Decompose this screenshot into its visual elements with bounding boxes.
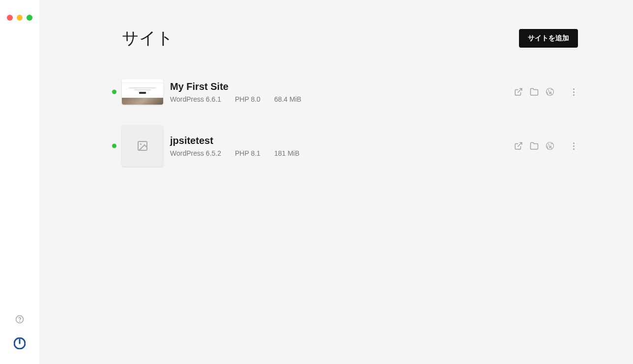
site-actions xyxy=(514,141,578,150)
site-list: My First Site WordPress 6.6.1 PHP 8.0 68… xyxy=(122,79,578,167)
wordpress-version: WordPress 6.5.2 xyxy=(170,149,221,157)
more-options-icon[interactable] xyxy=(569,141,578,150)
window-maximize-button[interactable] xyxy=(27,15,32,21)
site-row[interactable]: jpsitetest WordPress 6.5.2 PHP 8.1 181 M… xyxy=(122,125,578,167)
php-version: PHP 8.0 xyxy=(235,95,260,103)
folder-icon[interactable] xyxy=(530,87,539,96)
page-header: サイト サイトを追加 xyxy=(122,27,578,50)
page-title: サイト xyxy=(122,27,173,50)
add-site-button[interactable]: サイトを追加 xyxy=(519,29,578,48)
wordpress-version: WordPress 6.6.1 xyxy=(170,95,221,103)
open-site-icon[interactable] xyxy=(514,141,523,150)
svg-line-7 xyxy=(518,142,522,146)
folder-icon[interactable] xyxy=(530,141,539,150)
site-name: jpsitetest xyxy=(170,135,507,146)
more-options-icon[interactable] xyxy=(569,87,578,96)
image-placeholder-icon xyxy=(137,140,148,152)
site-info: jpsitetest WordPress 6.5.2 PHP 8.1 181 M… xyxy=(170,135,507,157)
open-site-icon[interactable] xyxy=(514,87,523,96)
help-icon[interactable] xyxy=(15,315,24,324)
window-controls xyxy=(7,15,32,21)
status-indicator-running xyxy=(112,144,116,148)
site-info: My First Site WordPress 6.6.1 PHP 8.0 68… xyxy=(170,81,507,103)
site-meta: WordPress 6.6.1 PHP 8.0 68.4 MiB xyxy=(170,95,507,103)
status-indicator-running xyxy=(112,90,116,94)
main-content: サイト サイトを追加 My First Site WordPress 6.6.1… xyxy=(39,0,633,364)
svg-line-3 xyxy=(518,88,522,92)
sidebar xyxy=(0,0,39,364)
svg-point-6 xyxy=(140,143,142,145)
site-size: 181 MiB xyxy=(274,149,299,157)
site-size: 68.4 MiB xyxy=(274,95,301,103)
php-version: PHP 8.1 xyxy=(235,149,260,157)
site-name: My First Site xyxy=(170,81,507,92)
site-row[interactable]: My First Site WordPress 6.6.1 PHP 8.0 68… xyxy=(122,79,578,105)
site-actions xyxy=(514,87,578,96)
site-thumbnail-placeholder xyxy=(122,125,163,167)
sidebar-bottom xyxy=(14,315,26,349)
site-thumbnail xyxy=(122,79,163,105)
svg-point-1 xyxy=(20,321,20,321)
site-meta: WordPress 6.5.2 PHP 8.1 181 MiB xyxy=(170,149,507,157)
account-icon[interactable] xyxy=(14,337,26,349)
wordpress-admin-icon[interactable] xyxy=(546,87,554,96)
window-close-button[interactable] xyxy=(7,15,13,21)
wordpress-admin-icon[interactable] xyxy=(546,141,554,150)
window-minimize-button[interactable] xyxy=(17,15,23,21)
